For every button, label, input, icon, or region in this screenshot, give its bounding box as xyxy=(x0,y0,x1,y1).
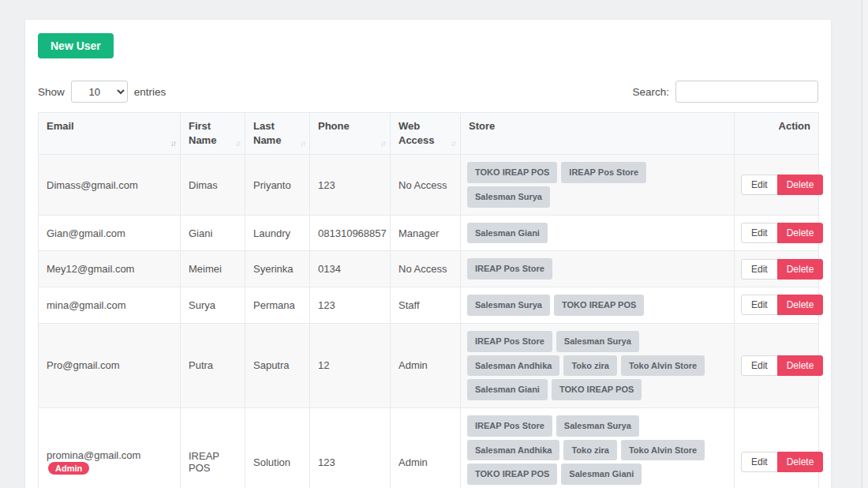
admin-badge: Admin xyxy=(48,462,89,475)
action-cell: EditDelete xyxy=(735,155,819,215)
store-badge: Salesman Andhika xyxy=(467,355,559,377)
first-name-cell: Dimas xyxy=(181,155,245,215)
column-header-store: Store xyxy=(461,113,735,155)
edit-button[interactable]: Edit xyxy=(741,175,778,195)
table-row: Dimass@gmail.comDimasPriyanto123No Acces… xyxy=(39,155,819,215)
action-cell: EditDelete xyxy=(735,407,819,488)
action-cell: EditDelete xyxy=(735,287,819,324)
table-row: Mey12@gmail.comMeimeiSyerinka0134No Acce… xyxy=(39,251,819,287)
email-text: Dimass@gmail.com xyxy=(47,179,138,191)
show-label: Show xyxy=(38,86,65,98)
store-badge: IREAP Pos Store xyxy=(561,162,646,183)
table-controls: Show 10 entries Search: xyxy=(38,81,818,103)
first-name-cell: Surya xyxy=(181,287,245,324)
sort-icon[interactable]: ↓↑ xyxy=(451,138,455,149)
table-row: mina@gmail.comSuryaPermana123StaffSalesm… xyxy=(39,287,819,324)
email-cell: mina@gmail.com xyxy=(39,287,181,324)
delete-button[interactable]: Delete xyxy=(777,295,824,315)
email-cell: Gian@gmail.com xyxy=(39,215,181,251)
delete-button[interactable]: Delete xyxy=(777,175,824,195)
store-badge: Salesman Giani xyxy=(467,379,548,400)
store-badge: Salesman Andhika xyxy=(467,440,559,461)
store-badge: IREAP Pos Store xyxy=(467,258,552,280)
store-badge: TOKO IREAP POS xyxy=(467,464,557,485)
sort-icon[interactable]: ↓↑ xyxy=(170,138,175,149)
stores-cell: Salesman Giani xyxy=(461,215,735,251)
email-text: mina@gmail.com xyxy=(47,299,126,311)
search-control: Search: xyxy=(632,81,818,103)
table-row: Pro@gmail.comPutraSaputra12AdminIREAP Po… xyxy=(39,323,819,407)
column-header-web-access[interactable]: Web Access↓↑ xyxy=(391,113,461,155)
entries-label: entries xyxy=(134,86,166,98)
email-cell: Pro@gmail.com xyxy=(39,323,181,407)
column-header-label: Last Name xyxy=(253,120,281,146)
edit-button[interactable]: Edit xyxy=(741,295,778,315)
table-body: Dimass@gmail.comDimasPriyanto123No Acces… xyxy=(39,155,819,488)
stores-cell: IREAP Pos StoreSalesman SuryaSalesman An… xyxy=(461,323,735,407)
sort-icon[interactable]: ↓↑ xyxy=(380,138,385,149)
email-text: Pro@gmail.com xyxy=(47,359,120,371)
phone-cell: 081310968857 xyxy=(310,215,391,251)
phone-cell: 123 xyxy=(310,287,391,324)
email-text: Gian@gmail.com xyxy=(47,227,125,239)
web-access-cell: Admin xyxy=(391,407,461,488)
edit-button[interactable]: Edit xyxy=(741,259,778,280)
phone-cell: 123 xyxy=(310,407,391,488)
column-header-label: Action xyxy=(779,120,810,132)
last-name-cell: Priyanto xyxy=(245,155,310,215)
web-access-cell: No Access xyxy=(391,155,461,215)
phone-cell: 0134 xyxy=(310,251,391,287)
first-name-cell: Meimei xyxy=(181,251,245,287)
new-user-button[interactable]: New User xyxy=(38,33,114,58)
store-badge: Salesman Giani xyxy=(467,223,548,244)
browser-scrollbar[interactable] xyxy=(862,0,868,488)
delete-button[interactable]: Delete xyxy=(777,452,824,472)
search-input[interactable] xyxy=(675,81,818,103)
stores-cell: IREAP Pos Store xyxy=(461,251,735,287)
store-badge: Toko zira xyxy=(563,355,616,377)
store-badge: Salesman Surya xyxy=(467,186,550,208)
column-header-label: Store xyxy=(469,120,495,132)
page-length-select[interactable]: 10 xyxy=(71,81,128,103)
column-header-label: Web Access xyxy=(398,120,435,146)
edit-button[interactable]: Edit xyxy=(741,355,778,376)
table-row: promina@gmail.comAdminIREAP POSSolution1… xyxy=(39,407,819,488)
column-header-last-name[interactable]: Last Name↓↑ xyxy=(245,113,310,155)
delete-button[interactable]: Delete xyxy=(777,355,824,376)
column-header-phone[interactable]: Phone↓↑ xyxy=(310,113,391,155)
search-label: Search: xyxy=(632,86,669,98)
store-badge: Toko zira xyxy=(563,440,616,461)
delete-button[interactable]: Delete xyxy=(777,223,824,243)
stores-cell: Salesman SuryaTOKO IREAP POS xyxy=(461,287,735,324)
store-badge: TOKO IREAP POS xyxy=(552,379,642,400)
users-table: Email↓↑First Name↓↑Last Name↓↑Phone↓↑Web… xyxy=(38,112,819,488)
column-header-first-name[interactable]: First Name↓↑ xyxy=(181,113,245,155)
table-header: Email↓↑First Name↓↑Last Name↓↑Phone↓↑Web… xyxy=(39,113,819,155)
edit-button[interactable]: Edit xyxy=(741,223,778,243)
edit-button[interactable]: Edit xyxy=(741,452,778,472)
store-badge: Salesman Surya xyxy=(556,415,639,437)
table-row: Gian@gmail.comGianiLaundry081310968857Ma… xyxy=(39,215,819,251)
phone-cell: 123 xyxy=(310,155,391,215)
store-badge: Salesman Giani xyxy=(561,464,642,485)
store-badge: Toko Alvin Store xyxy=(621,440,705,461)
store-badge: Salesman Surya xyxy=(556,331,639,352)
sort-icon[interactable]: ↓↑ xyxy=(300,138,305,149)
store-badge: IREAP Pos Store xyxy=(467,415,552,437)
store-badge: TOKO IREAP POS xyxy=(467,162,557,183)
stores-cell: IREAP Pos StoreSalesman SuryaSalesman An… xyxy=(461,407,735,488)
email-cell: Dimass@gmail.com xyxy=(39,155,181,215)
users-panel: New User Show 10 entries Search: Email↓↑… xyxy=(25,20,831,488)
email-cell: promina@gmail.comAdmin xyxy=(39,407,181,488)
last-name-cell: Laundry xyxy=(245,215,310,251)
email-text: promina@gmail.com xyxy=(47,449,140,461)
last-name-cell: Permana xyxy=(245,287,310,324)
column-header-email[interactable]: Email↓↑ xyxy=(39,113,181,155)
sort-icon[interactable]: ↓↑ xyxy=(235,138,240,149)
page-length-control: Show 10 entries xyxy=(38,81,166,103)
delete-button[interactable]: Delete xyxy=(777,259,824,280)
web-access-cell: No Access xyxy=(391,251,461,287)
stores-cell: TOKO IREAP POSIREAP Pos StoreSalesman Su… xyxy=(461,155,735,215)
email-cell: Mey12@gmail.com xyxy=(39,251,181,287)
store-badge: Salesman Surya xyxy=(467,295,550,316)
